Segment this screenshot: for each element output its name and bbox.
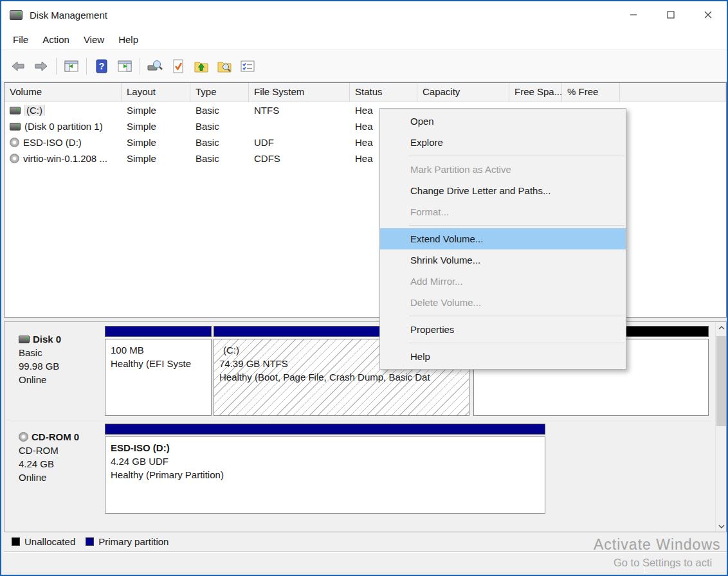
disk-size: 4.24 GB bbox=[19, 457, 97, 471]
menu-item-mark-partition-active: Mark Partition as Active bbox=[380, 159, 626, 180]
cd-icon bbox=[10, 138, 19, 147]
cell-type: Basic bbox=[190, 153, 249, 164]
toolbar-separator bbox=[140, 58, 140, 75]
menu-item-change-drive-letter[interactable]: Change Drive Letter and Paths... bbox=[380, 180, 626, 201]
menu-item-add-mirror: Add Mirror... bbox=[380, 271, 626, 292]
menu-item-shrink-volume[interactable]: Shrink Volume... bbox=[380, 249, 626, 271]
hdd-icon bbox=[19, 336, 30, 343]
toolbar: ? bbox=[1, 50, 727, 82]
cell-file-system: UDF bbox=[249, 137, 350, 148]
legend-primary-label: Primary partition bbox=[98, 536, 168, 547]
disk-management-window: Disk Management File Action View Help ? bbox=[0, 0, 728, 576]
row-divider bbox=[6, 420, 712, 421]
menu-help[interactable]: Help bbox=[111, 30, 145, 50]
toolbar-separator bbox=[56, 58, 57, 75]
menu-item-explore[interactable]: Explore bbox=[380, 132, 626, 153]
statusbar-divider bbox=[644, 555, 645, 573]
col-percent-free[interactable]: % Free bbox=[562, 83, 620, 102]
partition-esd-iso[interactable]: ESD-ISO (D:) 4.24 GB UDF Healthy (Primar… bbox=[105, 424, 545, 514]
partition-status: Healthy (Primary Partition) bbox=[111, 468, 540, 482]
legend-bar: Unallocated Primary partition bbox=[4, 532, 727, 552]
col-volume[interactable]: Volume bbox=[5, 83, 122, 102]
menu-separator bbox=[409, 316, 624, 316]
menu-item-extend-volume[interactable]: Extend Volume... bbox=[380, 228, 626, 249]
disk-status: Online bbox=[19, 471, 97, 484]
disk-status: Online bbox=[19, 373, 97, 386]
col-status[interactable]: Status bbox=[350, 83, 417, 102]
menu-file[interactable]: File bbox=[1, 30, 35, 50]
primary-partition-swatch bbox=[86, 537, 94, 546]
scroll-up-icon[interactable] bbox=[716, 322, 727, 333]
cd-icon bbox=[19, 432, 28, 442]
hdd-icon bbox=[10, 123, 21, 130]
cdrom0-label[interactable]: CD-ROM 0 CD-ROM 4.24 GB Online bbox=[11, 424, 101, 514]
menu-item-open[interactable]: Open bbox=[380, 111, 626, 132]
svg-text:?: ? bbox=[99, 61, 105, 71]
disk0-label[interactable]: Disk 0 Basic 99.98 GB Online bbox=[11, 326, 101, 416]
menu-item-properties[interactable]: Properties bbox=[380, 319, 626, 340]
scroll-down-icon[interactable] bbox=[716, 521, 727, 532]
col-free-space[interactable]: Free Spa... bbox=[509, 83, 562, 102]
volume-name: ESD-ISO (D:) bbox=[23, 137, 82, 148]
volume-name: (C:) bbox=[24, 105, 44, 116]
col-capacity[interactable]: Capacity bbox=[417, 83, 509, 102]
maximize-button[interactable] bbox=[652, 1, 689, 28]
forward-icon[interactable] bbox=[31, 56, 51, 76]
volume-context-menu: Open Explore Mark Partition as Active Ch… bbox=[379, 108, 626, 370]
partition-size: 4.24 GB UDF bbox=[111, 455, 540, 468]
disk-type: Basic bbox=[19, 346, 97, 359]
close-button[interactable] bbox=[689, 1, 727, 28]
status-bar bbox=[4, 552, 727, 575]
disk-name: CD-ROM 0 bbox=[32, 430, 79, 444]
volume-name: (Disk 0 partition 1) bbox=[24, 121, 103, 132]
partition-efi[interactable]: 100 MB Healthy (EFI Syste bbox=[105, 326, 212, 416]
folder-search-icon[interactable] bbox=[214, 56, 235, 76]
menu-separator bbox=[409, 156, 624, 156]
menu-item-format: Format... bbox=[380, 201, 626, 222]
menu-item-help[interactable]: Help bbox=[380, 346, 626, 367]
col-layout[interactable]: Layout bbox=[122, 83, 190, 102]
rescan-disks-icon[interactable] bbox=[145, 56, 165, 76]
help-icon[interactable]: ? bbox=[91, 56, 112, 76]
cell-type: Basic bbox=[190, 105, 249, 116]
partition-color-bar bbox=[105, 326, 212, 337]
minimize-button[interactable] bbox=[615, 1, 652, 28]
menu-separator bbox=[409, 225, 624, 226]
title-bar: Disk Management bbox=[1, 1, 727, 30]
toolbar-separator bbox=[86, 58, 87, 75]
vertical-scrollbar[interactable] bbox=[715, 322, 726, 532]
scrollbar-thumb[interactable] bbox=[716, 336, 726, 426]
show-console-tree-icon[interactable] bbox=[61, 56, 82, 76]
menu-bar: File Action View Help bbox=[1, 30, 727, 50]
task-list-icon[interactable] bbox=[237, 56, 258, 76]
cell-file-system: NTFS bbox=[249, 105, 350, 116]
col-file-system[interactable]: File System bbox=[249, 83, 350, 102]
cell-layout: Simple bbox=[122, 137, 190, 148]
hdd-icon bbox=[10, 107, 21, 114]
menu-separator bbox=[409, 343, 624, 343]
partition-name: ESD-ISO (D:) bbox=[111, 441, 540, 455]
volume-name: virtio-win-0.1.208 ... bbox=[23, 153, 107, 164]
disk-type: CD-ROM bbox=[19, 444, 97, 457]
col-type[interactable]: Type bbox=[190, 83, 249, 102]
check-document-icon[interactable] bbox=[168, 56, 188, 76]
cell-layout: Simple bbox=[122, 105, 190, 116]
show-action-pane-icon[interactable] bbox=[114, 56, 135, 76]
menu-action[interactable]: Action bbox=[35, 30, 77, 50]
back-icon[interactable] bbox=[8, 56, 28, 76]
menu-item-delete-volume: Delete Volume... bbox=[380, 292, 626, 313]
cell-type: Basic bbox=[190, 137, 249, 148]
cell-layout: Simple bbox=[122, 121, 190, 132]
minimize-icon bbox=[630, 11, 637, 19]
volume-table-header: Volume Layout Type File System Status Ca… bbox=[5, 83, 726, 102]
partition-status: Healthy (Boot, Page File, Crash Dump, Ba… bbox=[219, 370, 464, 384]
folder-up-icon[interactable] bbox=[191, 56, 212, 76]
cdrom0-row: CD-ROM 0 CD-ROM 4.24 GB Online ESD-ISO (… bbox=[5, 424, 712, 514]
close-icon bbox=[704, 11, 712, 19]
legend-unallocated-label: Unallocated bbox=[24, 536, 75, 547]
window-title: Disk Management bbox=[30, 10, 107, 21]
disk-size: 99.98 GB bbox=[19, 359, 97, 373]
menu-view[interactable]: View bbox=[77, 30, 111, 50]
cd-icon bbox=[10, 154, 19, 163]
cell-file-system: CDFS bbox=[249, 153, 350, 164]
